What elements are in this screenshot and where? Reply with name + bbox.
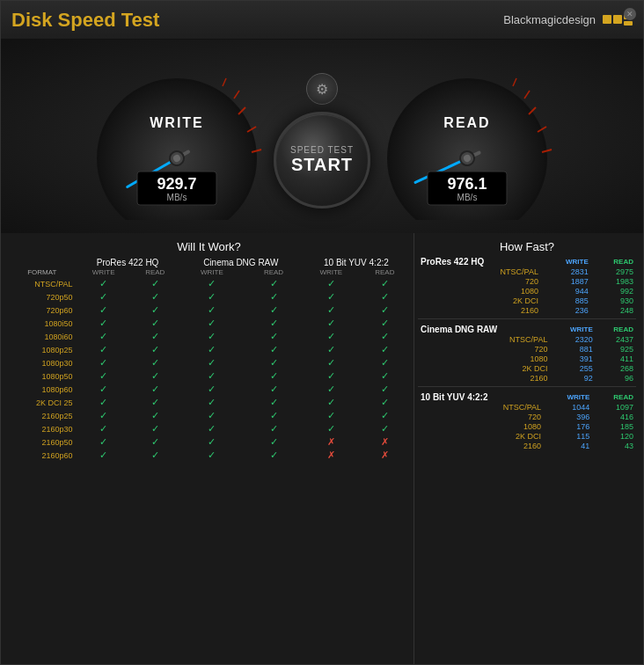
check-icon: ✓ <box>381 331 389 341</box>
check-icon: ✓ <box>327 357 335 368</box>
hf-read-val: 1983 <box>591 276 636 286</box>
check-cell: ✓ <box>303 290 360 303</box>
check-cell: ✓ <box>131 383 179 396</box>
check-icon: ✓ <box>270 410 278 420</box>
check-cell: ✓ <box>303 383 360 396</box>
hf-read-val: 268 <box>596 363 636 373</box>
hf-row: NTSC/PAL28312975 <box>418 267 636 276</box>
check-icon: ✓ <box>208 278 216 289</box>
table-row: 720p50✓✓✓✓✓✓ <box>8 290 410 303</box>
check-cell: ✗ <box>303 435 360 449</box>
hf-row-label: NTSC/PAL <box>418 334 550 344</box>
gauge-section: 929.7 MB/s WRITE ⚙ SPEED TEST START <box>1 40 643 233</box>
hf-row: 2K DCI115120 <box>418 431 636 441</box>
check-cell: ✓ <box>77 369 131 383</box>
check-cell: ✓ <box>131 449 179 462</box>
start-button[interactable]: SPEED TEST START <box>274 112 370 208</box>
format-col-header <box>8 257 77 267</box>
check-cell: ✓ <box>360 343 410 356</box>
check-cell: ✓ <box>245 303 303 317</box>
check-icon: ✓ <box>270 357 278 368</box>
settings-icon: ⚙ <box>316 81 328 98</box>
hf-read-val: 185 <box>592 421 636 431</box>
table-row: 1080p50✓✓✓✓✓✓ <box>8 369 410 383</box>
table-row: 2160p60✓✓✓✓✗✗ <box>8 449 410 462</box>
check-cell: ✓ <box>360 369 410 383</box>
hf-read-val: 925 <box>596 344 636 354</box>
row-label: 1080p30 <box>8 356 77 369</box>
table-row: 1080p25✓✓✓✓✓✓ <box>8 343 410 356</box>
check-icon: ✓ <box>99 449 107 460</box>
cross-icon: ✗ <box>381 436 389 447</box>
check-cell: ✓ <box>245 449 303 462</box>
hf-write-val: 255 <box>550 363 595 373</box>
start-button-label2: START <box>291 155 353 175</box>
hf-write-val: 396 <box>544 412 592 421</box>
check-cell: ✓ <box>131 369 179 383</box>
check-icon: ✓ <box>208 318 216 328</box>
check-cell: ✓ <box>131 422 179 435</box>
check-icon: ✓ <box>151 436 159 447</box>
row-label: 2160p50 <box>8 435 77 449</box>
check-cell: ✓ <box>179 435 245 449</box>
section-divider <box>418 318 636 319</box>
check-cell: ✓ <box>245 343 303 356</box>
close-button[interactable]: ✕ <box>624 8 636 20</box>
row-label: 1080p50 <box>8 369 77 383</box>
check-cell: ✓ <box>77 290 131 303</box>
hf-read-val: 43 <box>592 441 636 450</box>
hf-write-val: 885 <box>541 296 591 305</box>
check-icon: ✓ <box>99 344 107 354</box>
check-icon: ✓ <box>270 318 278 328</box>
svg-text:929.7: 929.7 <box>157 175 196 193</box>
cinema-write-header: WRITE <box>179 267 245 277</box>
hf-write-val: 944 <box>541 286 591 296</box>
hf-codec-title: Cinema DNG RAW <box>418 325 550 334</box>
how-fast-panel: How Fast? ProRes 422 HQWRITEREADNTSC/PAL… <box>414 233 643 664</box>
check-icon: ✓ <box>270 304 278 315</box>
hf-row: 1080944992 <box>418 286 636 296</box>
row-label: 2K DCI 25 <box>8 396 77 409</box>
row-label: 720p60 <box>8 303 77 317</box>
data-section: Will It Work? ProRes 422 HQ Cinema DNG R… <box>1 233 643 664</box>
svg-text:MB/s: MB/s <box>457 193 478 202</box>
check-cell: ✓ <box>245 435 303 449</box>
check-cell: ✓ <box>131 317 179 330</box>
check-icon: ✓ <box>270 423 278 434</box>
check-icon: ✓ <box>151 304 159 315</box>
settings-button[interactable]: ⚙ <box>306 73 338 105</box>
check-cell: ✓ <box>303 330 360 343</box>
title-bar: Disk Speed Test Blackmagicdesign ✕ <box>1 1 643 40</box>
app-window: Disk Speed Test Blackmagicdesign ✕ <box>0 0 644 665</box>
check-cell: ✓ <box>360 277 410 290</box>
hf-read-val: 96 <box>596 373 636 383</box>
row-label: 1080i50 <box>8 317 77 330</box>
hf-row: 21604143 <box>418 441 636 450</box>
check-cell: ✓ <box>77 303 131 317</box>
check-cell: ✓ <box>179 330 245 343</box>
check-icon: ✓ <box>208 436 216 447</box>
hf-write-val: 92 <box>550 373 595 383</box>
hf-row-label: 720 <box>418 412 544 421</box>
hf-read-header: READ <box>592 392 636 402</box>
read-gauge-svg: 976.1 MB/s READ <box>379 62 555 220</box>
read-gauge: 976.1 MB/s READ <box>379 62 555 220</box>
svg-line-4 <box>234 91 239 99</box>
check-cell: ✓ <box>77 409 131 422</box>
hf-write-val: 41 <box>544 441 592 450</box>
check-cell: ✓ <box>77 356 131 369</box>
check-icon: ✓ <box>381 344 389 354</box>
hf-codec-title: 10 Bit YUV 4:2:2 <box>418 392 544 402</box>
center-controls: ⚙ SPEED TEST START <box>274 73 370 208</box>
check-icon: ✓ <box>99 331 107 341</box>
check-cell: ✓ <box>77 422 131 435</box>
check-icon: ✓ <box>327 397 335 407</box>
check-cell: ✓ <box>360 383 410 396</box>
app-title: Disk Speed Test <box>11 9 159 32</box>
hf-section: 10 Bit YUV 4:2:2WRITEREADNTSC/PAL1044109… <box>418 392 636 450</box>
check-cell: ✓ <box>245 396 303 409</box>
how-fast-content: ProRes 422 HQWRITEREADNTSC/PAL2831297572… <box>418 257 636 450</box>
hf-row: 2K DCI885930 <box>418 296 636 305</box>
format-subheader: FORMAT <box>8 267 77 277</box>
svg-text:976.1: 976.1 <box>447 175 487 193</box>
